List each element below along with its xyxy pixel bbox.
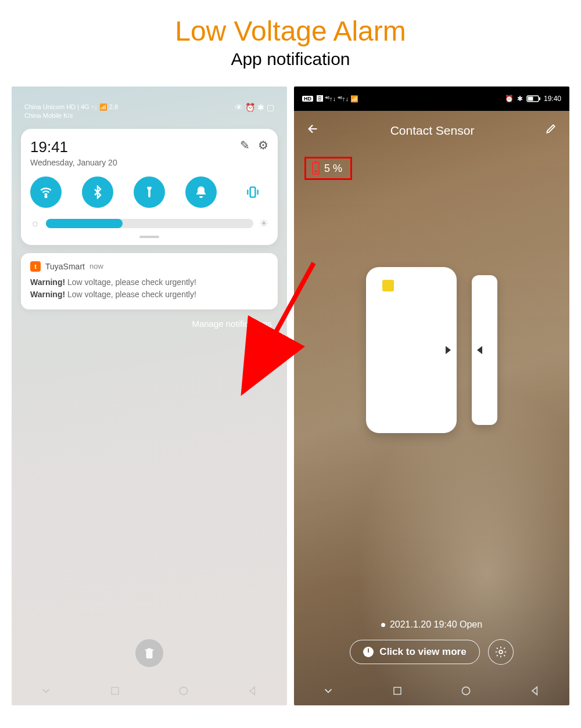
quick-settings-card: 19:41 Wednesday, January 20 ✎ ⚙ — [21, 129, 278, 245]
svg-rect-5 — [539, 98, 540, 100]
nav-bar — [12, 676, 287, 705]
screen-title: Contact Sensor — [390, 124, 475, 138]
back-button[interactable] — [307, 122, 320, 138]
edit-icon[interactable] — [545, 123, 557, 138]
notification-timestamp: now — [89, 262, 103, 271]
bullet-icon — [381, 623, 385, 627]
notification-line-2: Warning! Low voltage, please check urgen… — [30, 289, 268, 301]
svg-rect-6 — [528, 97, 533, 101]
clear-all-button[interactable] — [135, 639, 163, 667]
bluetooth-toggle[interactable] — [82, 176, 113, 208]
arrow-right-icon — [446, 346, 451, 354]
brightness-low-icon: ☼ — [30, 217, 40, 229]
manage-notifications-link[interactable]: Manage notifications — [27, 319, 272, 329]
clock-icon — [363, 647, 374, 657]
page-subtitle: App notification — [0, 49, 581, 87]
nav-down-button[interactable] — [322, 684, 335, 697]
svg-point-0 — [45, 196, 47, 197]
status-time: 19:40 — [544, 95, 561, 103]
status-bar: HD 🅱 ⁴⁶↑↓ ⁴⁶↑↓ 📶 ⏰ ✱ 19:40 — [294, 87, 569, 111]
sensor-led-icon — [382, 280, 394, 291]
svg-rect-1 — [250, 187, 256, 197]
clock-date: Wednesday, January 20 — [30, 158, 117, 167]
notification-card[interactable]: t TuyaSmart now Warning! Low voltage, pl… — [21, 253, 278, 309]
notifications-toggle[interactable] — [185, 176, 217, 208]
svg-rect-8 — [394, 687, 401, 694]
brightness-slider[interactable] — [46, 219, 254, 228]
arrow-left-icon — [477, 346, 482, 354]
svg-point-9 — [462, 687, 470, 694]
notification-shade-screenshot: China Unicom HD | 4G ↑↓ 📶 2.8 China Mobi… — [12, 87, 287, 705]
drag-handle[interactable] — [139, 236, 159, 238]
svg-point-7 — [499, 650, 503, 654]
status-bar: China Unicom HD | 4G ↑↓ 📶 2.8 China Mobi… — [12, 87, 287, 129]
edit-icon[interactable]: ✎ — [240, 138, 250, 152]
nav-home-button[interactable] — [177, 684, 190, 697]
nav-recent-button[interactable] — [109, 684, 121, 697]
battery-level-box: 5 % — [304, 157, 352, 180]
brightness-high-icon: ☀ — [259, 217, 268, 230]
nav-back-button[interactable] — [529, 684, 541, 697]
last-event-line: 2021.1.20 19:40 Open — [381, 619, 482, 630]
event-text: 2021.1.20 19:40 Open — [390, 619, 482, 630]
nav-home-button[interactable] — [460, 684, 472, 697]
svg-point-3 — [180, 687, 188, 694]
nav-down-button[interactable] — [40, 684, 52, 697]
settings-button[interactable] — [488, 639, 514, 665]
alarm-icon: ⏰ — [505, 95, 514, 103]
signal-icons: 🅱 ⁴⁶↑↓ ⁴⁶↑↓ 📶 — [317, 95, 358, 103]
status-icons: 👁 ⏰ ✱ ▢ — [235, 103, 274, 112]
battery-icon — [526, 95, 540, 102]
sensor-device-graphic — [294, 267, 569, 433]
hd-badge: HD — [302, 96, 313, 102]
tuya-app-icon: t — [30, 261, 41, 272]
bluetooth-icon: ✱ — [517, 95, 523, 103]
svg-rect-2 — [112, 687, 119, 694]
notification-app-name: TuyaSmart — [45, 262, 85, 271]
vibrate-toggle[interactable] — [237, 176, 268, 208]
battery-low-icon — [312, 162, 320, 175]
notification-line-1: Warning! Low voltage, please check urgen… — [30, 276, 268, 289]
view-more-button[interactable]: Click to view more — [350, 640, 479, 664]
sensor-app-screenshot: HD 🅱 ⁴⁶↑↓ ⁴⁶↑↓ 📶 ⏰ ✱ 19:40 Contact Senso… — [294, 87, 569, 705]
sensor-main-body — [366, 267, 457, 433]
clock-time: 19:41 — [30, 138, 117, 156]
gear-icon[interactable]: ⚙ — [258, 138, 268, 152]
nav-recent-button[interactable] — [391, 684, 404, 697]
nav-back-button[interactable] — [246, 684, 259, 697]
carrier-text: China Unicom HD | 4G ↑↓ 📶 2.8 China Mobi… — [24, 103, 118, 121]
battery-percent: 5 % — [324, 163, 342, 175]
page-title: Low Voltage Alarm — [0, 0, 581, 49]
flashlight-toggle[interactable] — [134, 176, 165, 208]
sensor-magnet — [472, 275, 497, 425]
nav-bar — [294, 676, 569, 705]
wifi-toggle[interactable] — [30, 176, 62, 208]
